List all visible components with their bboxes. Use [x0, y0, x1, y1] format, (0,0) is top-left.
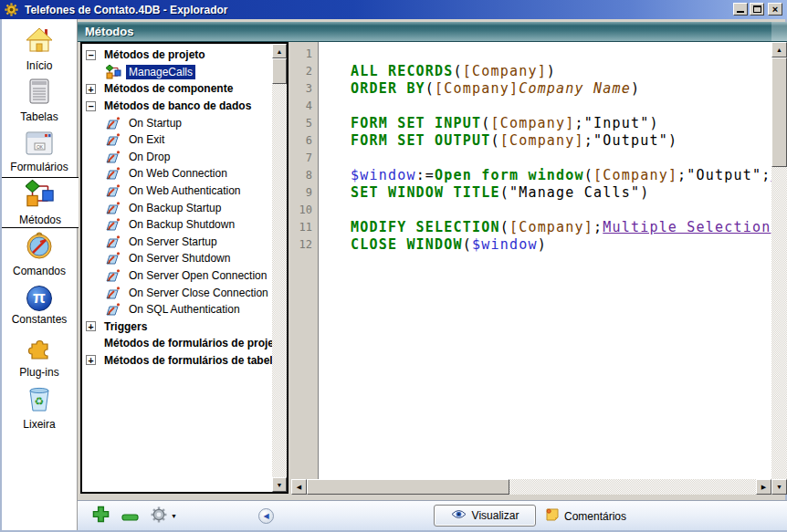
add-plus-icon: [92, 506, 110, 527]
tree-item-label: On Startup: [126, 116, 184, 130]
methods-flowchart-icon: [26, 180, 55, 212]
scroll-thumb[interactable]: [272, 58, 287, 84]
scroll-right-button[interactable]: ▶: [756, 479, 771, 495]
line-number: 7: [291, 150, 312, 167]
minus-expander-icon[interactable]: −: [86, 101, 96, 111]
scroll-track[interactable]: [771, 167, 787, 479]
comentarios-label: Comentários: [564, 510, 626, 523]
scroll-down-button[interactable]: ▼: [771, 479, 787, 495]
code-line: [351, 202, 771, 219]
window-title: Telefones de Contato.4DB - Explorador: [25, 4, 227, 16]
tree-item[interactable]: On SQL Authentication: [82, 301, 272, 318]
sidebar-item-metodos[interactable]: Métodos: [2, 177, 79, 228]
line-number: 10: [291, 202, 312, 219]
close-button[interactable]: ×: [768, 3, 782, 16]
line-number: 1: [291, 46, 312, 63]
tree-item[interactable]: On Backup Startup: [82, 199, 272, 216]
tree-item[interactable]: On Server Open Connection: [82, 267, 272, 285]
code-line: SET WINDOW TITLE("Manage Calls"): [351, 184, 771, 202]
database-method-icon: [106, 116, 121, 130]
sidebar-item-constantes[interactable]: π Constantes: [2, 279, 77, 330]
tree-item[interactable]: +Métodos de componente: [82, 80, 272, 98]
tree-item[interactable]: On Web Authentication: [82, 183, 272, 200]
scroll-thumb[interactable]: [771, 57, 787, 167]
comentarios-toggle[interactable]: Comentários: [545, 501, 626, 531]
sidebar-item-lixeira[interactable]: ♻ Lixeira: [2, 381, 77, 433]
tree-item-label: On Drop: [126, 150, 173, 164]
database-method-icon: [106, 150, 121, 164]
panel-header: Métodos: [78, 22, 787, 42]
bottom-toolbar: ▼ ◀ Visualizar Comentá: [78, 500, 787, 530]
puzzle-icon: [26, 335, 53, 364]
code-area[interactable]: ALL RECORDS([Company])ORDER BY([Company]…: [320, 42, 771, 479]
code-line: MODIFY SELECTION([Company];Multiple Sele…: [351, 219, 771, 236]
tree-item[interactable]: On Server Shutdown: [82, 250, 272, 267]
sidebar-item-label: Tabelas: [20, 111, 58, 122]
tree-item[interactable]: On Backup Shutdown: [82, 216, 272, 234]
gear-icon: [151, 506, 167, 527]
title-bar[interactable]: Telefones de Contato.4DB - Explorador ×: [0, 0, 787, 19]
tree-item-label: On Web Connection: [126, 166, 230, 181]
scroll-track[interactable]: [272, 84, 287, 477]
scroll-down-button[interactable]: ▼: [272, 477, 287, 492]
scroll-track[interactable]: [509, 479, 756, 495]
tree-item[interactable]: On Server Close Connection: [82, 284, 272, 301]
scroll-up-button[interactable]: ▲: [771, 42, 787, 57]
code-line: FORM SET INPUT([Company];"Input"): [351, 115, 771, 132]
tree-item[interactable]: On Drop: [82, 149, 272, 166]
tree-item-label: On Exit: [126, 132, 167, 147]
flowchart-method-icon: [106, 65, 121, 79]
line-number: 3: [291, 80, 312, 98]
method-tree-panel: −Métodos de projetoManageCalls+Métodos d…: [80, 42, 289, 494]
editor-horizontal-scrollbar[interactable]: ◀ ▶: [291, 479, 771, 495]
minimize-button[interactable]: [733, 3, 748, 16]
scroll-thumb[interactable]: [307, 479, 509, 495]
tree-item[interactable]: On Exit: [82, 131, 272, 149]
tree-item[interactable]: ManageCalls: [82, 64, 272, 81]
plus-expander-icon[interactable]: +: [86, 321, 96, 331]
tree-item[interactable]: Métodos de formulários de projeto: [82, 335, 272, 352]
database-method-icon: [106, 183, 121, 198]
add-method-button[interactable]: [92, 501, 110, 531]
maximize-button[interactable]: [750, 3, 764, 16]
tree-item[interactable]: −Métodos de banco de dados: [82, 98, 272, 115]
sidebar-item-formularios[interactable]: OK Formulários: [2, 126, 77, 177]
tree-item-label: On Server Close Connection: [126, 286, 271, 300]
sidebar-item-tabelas[interactable]: Tabelas: [2, 75, 77, 126]
line-number: 9: [291, 184, 312, 202]
remove-method-button[interactable]: [121, 501, 139, 531]
database-method-icon: [106, 302, 121, 317]
minus-expander-icon[interactable]: −: [86, 50, 96, 60]
scroll-left-button[interactable]: ◀: [291, 479, 307, 495]
sidebar-item-plugins[interactable]: Plug-ins: [2, 330, 77, 381]
tree-item[interactable]: On Server Startup: [82, 234, 272, 251]
panel-header-end: [771, 22, 787, 41]
tree-item[interactable]: On Web Connection: [82, 165, 272, 183]
sidebar-item-inicio[interactable]: Início: [2, 24, 77, 75]
tree-item-label: On Backup Shutdown: [126, 217, 237, 232]
database-method-icon: [106, 251, 121, 266]
tree-item-label: On Server Open Connection: [126, 268, 269, 283]
sidebar-item-comandos[interactable]: Comandos: [2, 228, 77, 279]
home-icon: [25, 27, 54, 57]
app-gear-icon: [5, 3, 19, 17]
tree-vertical-scrollbar[interactable]: ▲ ▼: [272, 44, 287, 492]
scroll-up-button[interactable]: ▲: [272, 44, 287, 58]
editor-vertical-scrollbar[interactable]: ▲ ▼: [771, 42, 787, 495]
tree-item-label: On Web Authentication: [126, 183, 244, 198]
code-line: ALL RECORDS([Company]): [351, 63, 771, 80]
plus-expander-icon[interactable]: +: [86, 84, 96, 94]
line-number-gutter: 123456789101112: [291, 42, 319, 479]
code-preview[interactable]: 123456789101112 ALL RECORDS([Company])OR…: [291, 42, 787, 495]
plus-expander-icon[interactable]: +: [86, 355, 96, 365]
tree-item[interactable]: On Startup: [82, 114, 272, 131]
collapse-panel-button[interactable]: ◀: [258, 501, 274, 531]
tree-item[interactable]: −Métodos de projeto: [82, 47, 272, 64]
options-gear-button[interactable]: ▼: [151, 501, 177, 531]
database-method-icon: [106, 286, 121, 300]
sidebar-item-label: Início: [26, 60, 53, 71]
tree-item-label: Métodos de formulários de tabela: [101, 353, 272, 368]
tree-item[interactable]: +Métodos de formulários de tabela: [82, 352, 272, 370]
visualizar-button[interactable]: Visualizar: [434, 505, 536, 527]
tree-item[interactable]: +Triggers: [82, 318, 272, 336]
